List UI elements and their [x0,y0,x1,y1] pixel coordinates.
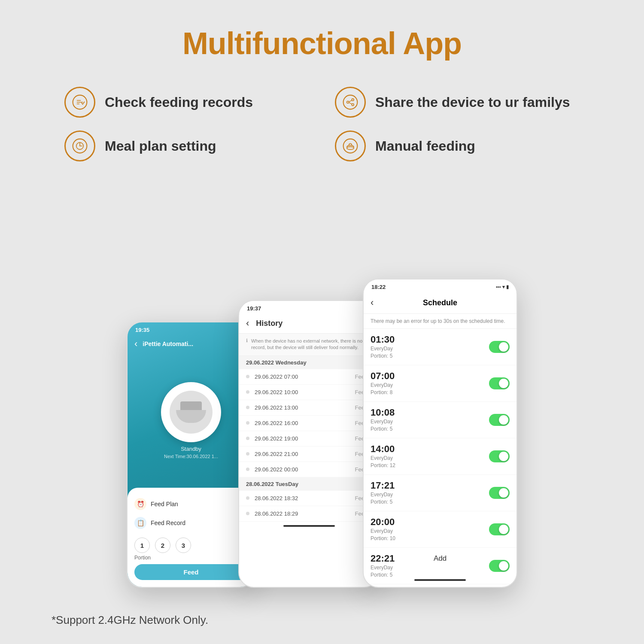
add-button-row[interactable]: Add [364,547,516,570]
schedule-info-1: 07:00 EveryDay Portion: 8 [371,371,489,396]
history-date-1: 29.06.2022 Wednesday [239,356,379,369]
history-dot [246,390,249,394]
schedule-detail-1: EveryDay Portion: 8 [371,382,489,396]
phone-left-time: 19:35 [135,327,149,333]
svg-point-6 [347,101,349,103]
history-item-9: 28.06.2022 18:29 Feed... [239,506,379,522]
phone-right-time: 18:22 [371,284,386,290]
feed-plan-item[interactable]: ⏰ Feed Plan [134,495,248,513]
history-item-1: 29.06.2022 07:00 Feed... [239,369,379,385]
svg-point-7 [352,103,354,106]
svg-point-5 [352,99,354,101]
check-feeding-icon [64,87,95,118]
toggle-1[interactable] [489,377,510,389]
schedule-time-3: 14:00 [371,444,489,455]
back-arrow-icon[interactable]: ‹ [134,338,137,349]
history-dot [246,406,249,409]
phone-middle: 19:37 ▪▪▪ ‹ History ℹ When the device ha… [238,300,380,588]
history-dt-7: 29.06.2022 00:00 [255,466,355,473]
schedule-info-5: 20:00 EveryDay Portion: 10 [371,516,489,542]
manual-feeding-icon [335,131,366,161]
history-dot [246,452,249,456]
history-item-5: 29.06.2022 19:00 Feed... [239,431,379,447]
num-btn-3[interactable]: 3 [176,538,191,553]
schedule-title: Schedule [423,298,457,307]
feeder-image [161,382,221,442]
phone-right-status-bar: 18:22 ▪▪▪ ▾ ▮ [364,279,516,292]
schedule-info-2: 10:08 EveryDay Portion: 5 [371,407,489,433]
history-dt-5: 29.06.2022 19:00 [255,435,355,442]
num-btn-1[interactable]: 1 [134,538,150,553]
history-item-3: 29.06.2022 13:00 Feed... [239,400,379,416]
home-indicator-right [414,579,466,581]
svg-point-4 [343,95,358,109]
history-item-7: 29.06.2022 00:00 Feed... [239,462,379,477]
history-dot [246,437,249,440]
schedule-detail-0: EveryDay Portion: 5 [371,345,489,360]
history-dt-2: 29.06.2022 10:00 [255,389,355,395]
phone-left-status-bar: 19:35 ▪▪▪ [128,322,255,335]
share-device-icon [335,87,366,118]
toggle-4[interactable] [489,487,510,499]
history-dt-3: 29.06.2022 13:00 [255,404,355,411]
schedule-time-0: 01:30 [371,334,489,345]
history-dt-4: 29.06.2022 16:00 [255,420,355,426]
phone-left-bottom: ⏰ Feed Plan 📋 Feed Record 1 2 3 Portion … [128,488,255,587]
feed-record-item[interactable]: 📋 Feed Record [134,513,248,532]
schedule-item-1: 07:00 EveryDay Portion: 8 [364,365,516,402]
schedule-detail-4: EveryDay Portion: 5 [371,491,489,506]
signal-right-icon: ▪▪▪ ▾ ▮ [496,284,509,290]
feature-check-feeding: Check feeding records [64,87,309,118]
schedule-time-5: 20:00 [371,516,489,528]
feed-button[interactable]: Feed [134,564,248,580]
feed-plan-label: Feed Plan [151,501,178,507]
toggle-5[interactable] [489,523,510,535]
schedule-item-0: 01:30 EveryDay Portion: 5 [364,329,516,365]
phones-section: 19:35 ▪▪▪ ‹ iPettie Automati... [34,187,610,588]
schedule-time-4: 17:21 [371,480,489,491]
history-dt-8: 28.06.2022 18:32 [255,495,355,501]
info-banner: ℹ When the device has no external networ… [239,334,379,356]
page-title: Multifunctional App [182,26,462,61]
phone-middle-time: 19:37 [247,305,261,312]
schedule-detail-3: EveryDay Portion: 12 [371,455,489,469]
meal-plan-text: Meal plan setting [105,138,216,154]
phone-left: 19:35 ▪▪▪ ‹ iPettie Automati... [127,322,255,588]
schedule-item-5: 20:00 EveryDay Portion: 10 [364,511,516,548]
history-back-icon[interactable]: ‹ [246,318,249,329]
standby-text: Standby [181,446,201,452]
features-grid: Check feeding records Share the device t… [64,87,580,161]
svg-rect-3 [77,103,80,104]
schedule-back-icon[interactable]: ‹ [371,297,374,308]
num-btn-2[interactable]: 2 [155,538,170,553]
phone-middle-status-bar: 19:37 ▪▪▪ [239,301,379,313]
feature-meal-plan: Meal plan setting [64,131,309,161]
add-button-label[interactable]: Add [434,554,447,562]
toggle-2[interactable] [489,414,510,426]
portion-label: Portion [134,555,248,561]
toggle-3[interactable] [489,450,510,462]
phone-left-title: iPettie Automati... [143,340,193,347]
svg-point-15 [347,147,354,150]
svg-rect-2 [77,102,83,102]
history-dot [246,512,249,515]
history-dot [246,468,249,471]
schedule-warning: There may be an error for up to 30s on t… [364,314,516,329]
feed-record-icon: 📋 [134,517,146,529]
toggle-0[interactable] [489,341,510,353]
meal-plan-icon [64,131,95,161]
svg-point-14 [343,139,358,153]
history-nav-bar: ‹ History [239,313,379,334]
history-item-8: 28.06.2022 18:32 Feed... [239,491,379,506]
page-wrapper: Multifunctional App Check feeding record… [0,0,644,644]
schedule-item-4: 17:21 EveryDay Portion: 5 [364,475,516,511]
history-item-6: 29.06.2022 21:00 Feed... [239,447,379,462]
footer-note: *Support 2.4GHz Network Only. [34,614,208,627]
history-dt-1: 29.06.2022 07:00 [255,374,355,380]
schedule-nav-bar: ‹ Schedule [364,292,516,314]
svg-line-8 [349,100,352,102]
schedule-time-1: 07:00 [371,371,489,382]
feed-plan-icon: ⏰ [134,498,146,510]
schedule-info-3: 14:00 EveryDay Portion: 12 [371,444,489,469]
schedule-info-4: 17:21 EveryDay Portion: 5 [371,480,489,506]
